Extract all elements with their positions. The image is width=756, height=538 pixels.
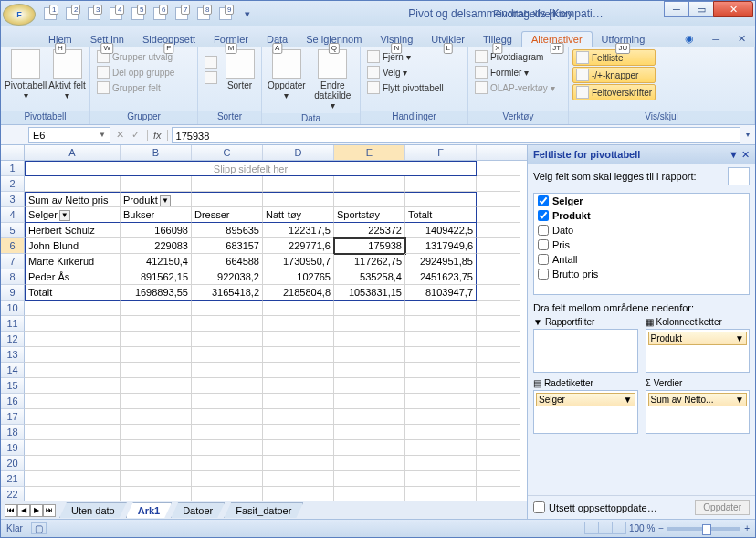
field-item-antall[interactable]: Antall [534, 252, 749, 267]
cell[interactable]: Totalt [25, 285, 121, 301]
cell[interactable]: 2185804,8 [263, 285, 334, 301]
clear-button[interactable]: Fjern ▾ [364, 49, 446, 64]
ribbon-tab-formler[interactable]: FormlerM [205, 32, 257, 47]
cell[interactable] [121, 378, 192, 394]
cell[interactable] [192, 347, 263, 363]
cell[interactable] [334, 440, 405, 456]
qat-button-6[interactable]: 6 [151, 5, 169, 22]
column-header-F[interactable]: F [405, 145, 477, 160]
ribbon-tab-hjem[interactable]: HjemH [39, 32, 81, 47]
cancel-icon[interactable]: ✕ [112, 129, 128, 141]
cell[interactable] [192, 394, 263, 409]
cell[interactable] [334, 347, 405, 363]
cell[interactable] [477, 285, 520, 301]
cell[interactable] [192, 409, 263, 425]
cell[interactable] [263, 456, 334, 471]
pivotchart-button[interactable]: Pivotdiagram [472, 49, 558, 64]
cell[interactable] [192, 316, 263, 332]
ribbon-tab-utvikler[interactable]: UtviklerL [422, 32, 474, 47]
row-header-13[interactable]: 13 [1, 347, 25, 363]
cell[interactable]: 166098 [121, 223, 192, 238]
cell[interactable] [192, 176, 263, 192]
cell[interactable] [263, 301, 334, 316]
row-header-9[interactable]: 9 [1, 285, 25, 301]
column-field-pill[interactable]: Produkt▼ [648, 332, 748, 345]
field-item-pris[interactable]: Pris [534, 237, 749, 252]
refresh-button[interactable]: Oppdater▾ [266, 49, 308, 100]
cell[interactable]: 2451623,75 [405, 269, 477, 285]
cell[interactable] [192, 301, 263, 316]
cell[interactable] [477, 394, 520, 409]
cell[interactable] [477, 471, 520, 487]
name-box[interactable]: E6▼ [28, 127, 110, 143]
cell[interactable] [477, 409, 520, 425]
zoom-out-button[interactable]: − [658, 523, 664, 533]
cell[interactable] [25, 409, 121, 425]
defer-layout-checkbox[interactable] [533, 501, 545, 513]
qat-button-4[interactable]: 4 [107, 5, 125, 22]
cell[interactable]: Totalt [405, 207, 477, 223]
ungroup-button[interactable]: Del opp gruppe [94, 65, 177, 79]
cell[interactable]: Peder Ås [25, 269, 121, 285]
sheet-tab-fasit_datoer[interactable]: Fasit_datoer [224, 502, 303, 518]
olap-tools-button[interactable]: OLAP-verktøy ▾ [472, 80, 558, 95]
cell[interactable] [263, 378, 334, 394]
cell[interactable] [25, 176, 121, 192]
cell[interactable]: 664588 [192, 254, 263, 269]
cell[interactable] [121, 456, 192, 471]
macro-record-icon[interactable]: ▢ [31, 522, 47, 534]
field-checkbox[interactable] [538, 210, 549, 221]
cell[interactable] [477, 425, 520, 440]
cell[interactable] [405, 394, 477, 409]
cell[interactable] [477, 269, 520, 285]
select-all-corner[interactable] [1, 145, 25, 160]
cell[interactable] [477, 363, 520, 378]
cell[interactable] [477, 192, 520, 207]
sort-za-button[interactable] [202, 70, 220, 85]
qat-button-1[interactable]: 1 [41, 5, 59, 22]
cell[interactable] [405, 378, 477, 394]
cell[interactable] [263, 176, 334, 192]
cell[interactable] [477, 161, 520, 176]
row-header-10[interactable]: 10 [1, 301, 25, 316]
cell[interactable] [192, 363, 263, 378]
cell[interactable] [263, 394, 334, 409]
qat-button-7[interactable]: 7 [173, 5, 191, 22]
qat-button-3[interactable]: 3 [85, 5, 103, 22]
cell[interactable]: Sportstøy [334, 207, 405, 223]
sheet-tab-datoer[interactable]: Datoer [171, 502, 225, 518]
update-button[interactable]: Oppdater [695, 500, 750, 515]
row-header-2[interactable]: 2 [1, 176, 25, 192]
expand-formula-bar[interactable]: ▾ [740, 131, 755, 139]
zoom-level[interactable]: 100 % [629, 523, 655, 533]
cell[interactable] [263, 347, 334, 363]
cell[interactable] [334, 456, 405, 471]
cell[interactable] [121, 394, 192, 409]
cell[interactable]: 535258,4 [334, 269, 405, 285]
pivottable-button[interactable]: Pivottabell▾ [5, 49, 47, 100]
cell[interactable] [477, 316, 520, 332]
row-header-5[interactable]: 5 [1, 223, 25, 238]
cell[interactable] [25, 347, 121, 363]
cell[interactable] [121, 363, 192, 378]
cell[interactable] [405, 192, 477, 207]
cell[interactable]: Marte Kirkerud [25, 254, 121, 269]
column-field-header[interactable]: Produkt▼ [121, 192, 192, 207]
cell[interactable] [263, 332, 334, 347]
view-buttons[interactable] [584, 522, 625, 536]
row-header-6[interactable]: 6 [1, 238, 25, 254]
cell[interactable] [192, 471, 263, 487]
cell[interactable] [25, 471, 121, 487]
cell[interactable] [121, 176, 192, 192]
ribbon-tab-alternativer[interactable]: AlternativerJT [521, 31, 593, 47]
ribbon-tab-se-igjennom[interactable]: Se igjennomQ [297, 32, 371, 47]
cell[interactable]: Natt-tøy [263, 207, 334, 223]
value-field-pill[interactable]: Sum av Netto...▼ [648, 393, 748, 406]
cell[interactable]: 229083 [121, 238, 192, 254]
field-checkbox[interactable] [538, 195, 549, 206]
row-header-16[interactable]: 16 [1, 394, 25, 409]
cell[interactable] [263, 363, 334, 378]
cell[interactable]: 1698893,55 [121, 285, 192, 301]
fx-icon[interactable]: fx [147, 130, 168, 141]
cell[interactable]: John Blund [25, 238, 121, 254]
